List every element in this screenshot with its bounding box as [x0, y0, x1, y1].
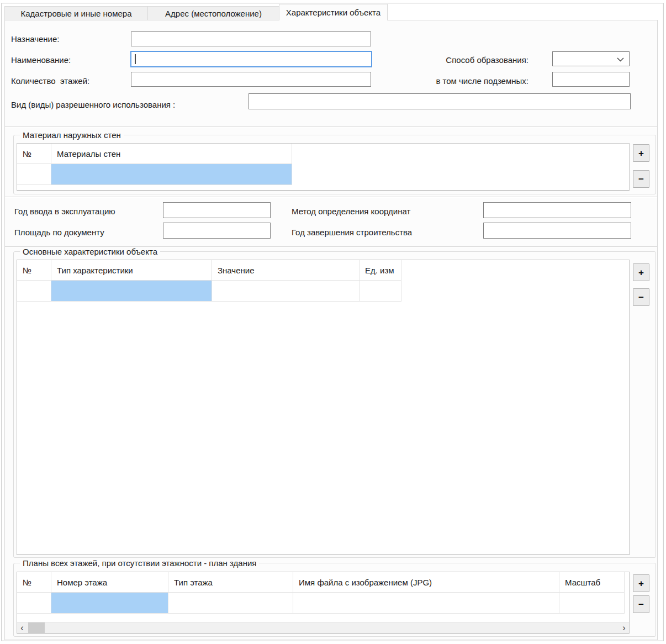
- column-header: Ед. изм: [360, 260, 401, 281]
- remove-characteristic-button[interactable]: −: [633, 288, 649, 306]
- table-cell[interactable]: [17, 164, 51, 185]
- table-header-row: № Тип характеристики Значение Ед. изм: [17, 260, 629, 281]
- permitted-use-label: Вид (виды) разрешенного использования :: [11, 100, 175, 110]
- separator: [5, 126, 657, 128]
- remove-wall-material-button[interactable]: −: [633, 170, 649, 188]
- floors-count-label: Количество этажей:: [11, 76, 89, 86]
- purpose-label: Назначение:: [11, 34, 60, 44]
- add-floor-plan-button[interactable]: +: [633, 574, 649, 592]
- commissioning-year-input[interactable]: [163, 202, 271, 218]
- column-header: Значение: [212, 260, 360, 281]
- underground-floors-label: в том числе подземных:: [387, 76, 528, 86]
- chevron-down-icon: [617, 57, 624, 62]
- name-label: Наименование:: [11, 55, 71, 65]
- column-header: Тип характеристики: [51, 260, 212, 281]
- table-cell-selected[interactable]: [51, 281, 212, 302]
- scrollbar-thumb[interactable]: [28, 622, 45, 633]
- wall-materials-title: Материал наружных стен: [20, 130, 124, 140]
- name-input[interactable]: [130, 51, 372, 67]
- formation-method-label: Способ образования:: [387, 55, 528, 65]
- table-cell[interactable]: [293, 593, 559, 614]
- scroll-right-icon[interactable]: ›: [619, 622, 629, 633]
- table-cell[interactable]: [17, 593, 51, 614]
- separator: [5, 197, 657, 198]
- remove-floor-plan-button[interactable]: −: [633, 595, 649, 613]
- tab-address-location[interactable]: Адрес (местоположение): [147, 6, 279, 20]
- commissioning-year-label: Год ввода в эксплуатацию: [14, 207, 115, 217]
- table-row: [17, 593, 629, 614]
- document-area-label: Площадь по документу: [14, 228, 104, 237]
- tab-object-characteristics[interactable]: Характеристики объекта: [279, 4, 388, 20]
- column-header: Тип этажа: [168, 572, 293, 593]
- floors-count-input[interactable]: [131, 72, 371, 87]
- scroll-left-icon[interactable]: ‹: [17, 622, 27, 633]
- add-wall-material-button[interactable]: +: [633, 144, 649, 162]
- table-cell-selected[interactable]: [51, 593, 168, 614]
- column-header: Масштаб: [559, 572, 625, 593]
- formation-method-select[interactable]: [552, 51, 630, 66]
- underground-floors-input[interactable]: [552, 72, 630, 87]
- table-header-row: № Номер этажа Тип этажа Имя файла с изоб…: [17, 572, 629, 593]
- table-cell[interactable]: [559, 593, 625, 614]
- column-header: №: [17, 260, 51, 281]
- column-header: Номер этажа: [51, 572, 168, 593]
- table-cell[interactable]: [17, 281, 51, 302]
- table-cell[interactable]: [168, 593, 293, 614]
- wall-materials-table: № Материалы стен: [17, 143, 630, 191]
- column-header: №: [17, 144, 51, 164]
- floor-plans-title: Планы всех этажей, при отсутствии этажно…: [20, 558, 259, 568]
- column-header: Материалы стен: [51, 144, 292, 164]
- permitted-use-input[interactable]: [249, 93, 631, 109]
- tab-cadastral-numbers[interactable]: Кадастровые и иные номера: [4, 6, 148, 20]
- main-characteristics-table: № Тип характеристики Значение Ед. изм: [17, 260, 630, 555]
- add-characteristic-button[interactable]: +: [633, 263, 649, 281]
- floor-plans-table: № Номер этажа Тип этажа Имя файла с изоб…: [17, 572, 630, 634]
- construction-end-year-input[interactable]: [483, 223, 631, 239]
- table-cell[interactable]: [360, 281, 401, 302]
- table-cell-selected[interactable]: [51, 164, 292, 185]
- document-area-input[interactable]: [163, 223, 271, 239]
- main-characteristics-title: Основные характеристики объекта: [20, 247, 160, 256]
- horizontal-scrollbar[interactable]: ‹ ›: [17, 622, 629, 633]
- construction-end-year-label: Год завершения строительства: [292, 228, 412, 237]
- table-cell[interactable]: [212, 281, 360, 302]
- coordinate-method-label: Метод определения координат: [292, 207, 410, 217]
- table-row: [17, 281, 629, 302]
- text-caret: [135, 54, 136, 64]
- coordinate-method-input[interactable]: [483, 202, 631, 218]
- table-row: [17, 164, 629, 185]
- purpose-input[interactable]: [131, 31, 371, 46]
- object-characteristics-form: Кадастровые и иные номера Адрес (местопо…: [0, 0, 666, 644]
- table-header-row: № Материалы стен: [17, 144, 629, 164]
- column-header: №: [17, 572, 51, 593]
- column-header: Имя файла с изображением (JPG): [293, 572, 559, 593]
